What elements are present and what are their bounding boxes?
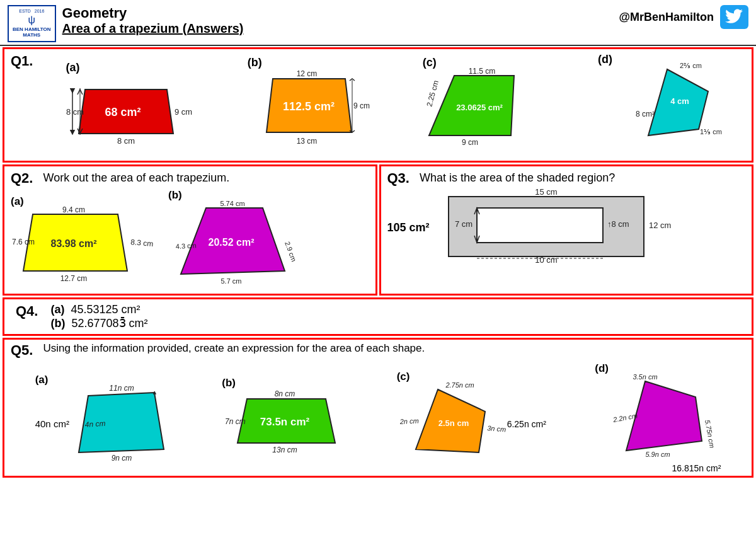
svg-text:5.74 cm: 5.74 cm <box>220 200 244 207</box>
svg-text:2.5n cm: 2.5n cm <box>438 418 468 428</box>
svg-text:9.4 cm: 9.4 cm <box>62 205 85 214</box>
q1b-shape: 112.5 cm² 12 cm 13 cm 9 cm <box>248 69 367 154</box>
svg-text:2n cm: 2n cm <box>399 417 419 425</box>
q1-section: Q1. (a) 68 cm² 8 cm <box>3 47 753 163</box>
q1a-shape: 68 cm² 8 cm 8 cm 9 cm <box>66 77 192 149</box>
q2b-label: (b) <box>168 189 182 202</box>
q2-label: Q2. <box>11 170 33 187</box>
page-subtitle: Area of a trapezium (Answers) <box>62 21 244 36</box>
q4b-label: (b) <box>50 317 65 330</box>
svg-text:8.3 cm: 8.3 cm <box>130 238 154 248</box>
svg-text:8n cm: 8n cm <box>275 389 295 398</box>
svg-text:2.75n cm: 2.75n cm <box>445 381 474 389</box>
q3-section: Q3. What is the area of the shaded regio… <box>379 164 754 296</box>
svg-text:3.5n cm: 3.5n cm <box>633 373 658 381</box>
q4a-row: (a) 45.53125 cm² <box>50 303 147 316</box>
q5c-content: 2.5n cm 2.75n cm 2n cm 3n cm 6.25n cm² <box>397 383 546 465</box>
svg-text:2.9 cm: 2.9 cm <box>284 240 298 262</box>
q1d-label: (d) <box>598 53 612 66</box>
q5b-label: (b) <box>222 377 236 389</box>
svg-text:8 cm: 8 cm <box>66 107 84 117</box>
q4-answers: (a) 45.53125 cm² (b) 52.677083̄ cm² <box>50 303 147 330</box>
header-title: Geometry Area of a trapezium (Answers) <box>62 5 244 36</box>
svg-marker-57 <box>626 381 702 451</box>
svg-text:9 cm: 9 cm <box>353 101 370 110</box>
q1c-label: (c) <box>423 56 437 69</box>
svg-text:23.0625 cm²: 23.0625 cm² <box>456 103 503 112</box>
svg-text:20.52 cm²: 20.52 cm² <box>209 237 255 248</box>
q1a-container: (a) 68 cm² 8 cm 8 cm <box>66 61 192 149</box>
page: ESTD 2016 ψ BEN HAMILTONMATHS Geometry A… <box>0 0 756 535</box>
svg-text:68 cm²: 68 cm² <box>105 106 140 118</box>
q1d-container: (d) 4 cm 2⅔ cm 8 cm² 1⅓ cm <box>598 53 718 157</box>
twitter-handle: @MrBenHamilton <box>619 11 714 24</box>
q3-content: 105 cm² 15 cm 12 cm 10 cm 7 cm <box>387 190 746 266</box>
svg-text:7 cm: 7 cm <box>455 219 472 229</box>
svg-text:↑8 cm: ↑8 cm <box>607 219 629 229</box>
q5-label: Q5. <box>11 342 33 359</box>
q1d-shape: 4 cm 2⅔ cm 8 cm² 1⅓ cm <box>598 66 718 157</box>
q4b-row: (b) 52.677083̄ cm² <box>50 316 147 330</box>
svg-text:3n cm: 3n cm <box>486 424 506 434</box>
q2-shapes: (a) 83.98 cm² 9.4 cm 12.7 cm 7.6 cm 8.3 … <box>11 189 369 290</box>
q5a-content: 40n cm² 11n cm 4n cm 9n cm <box>35 386 173 462</box>
twitter-icon <box>720 5 748 29</box>
q5d-container: (d) 3.5n cm 5.75n cm 5.9n cm 2.2n cm 16.… <box>595 362 721 473</box>
svg-text:1⅓ cm: 1⅓ cm <box>700 128 722 135</box>
svg-text:2.25 cm: 2.25 cm <box>425 79 440 108</box>
svg-rect-36 <box>477 208 603 243</box>
header: ESTD 2016 ψ BEN HAMILTONMATHS Geometry A… <box>0 0 756 46</box>
header-left: ESTD 2016 ψ BEN HAMILTONMATHS Geometry A… <box>8 5 243 42</box>
q1a-label: (a) <box>66 61 80 74</box>
svg-text:9n cm: 9n cm <box>112 454 132 463</box>
q2q3-wrapper: Q2. Work out the area of each trapezium.… <box>3 164 753 296</box>
q4-row: Q4. (a) 45.53125 cm² (b) 52.677083̄ cm² <box>16 303 740 330</box>
logo-psi: ψ <box>13 14 51 26</box>
page-title: Geometry <box>62 5 244 21</box>
q2-section: Q2. Work out the area of each trapezium.… <box>3 164 377 296</box>
q1-row: Q1. (a) 68 cm² 8 cm <box>11 53 745 157</box>
q3-question: What is the area of the shaded region? <box>420 171 615 185</box>
q2a-container: (a) 83.98 cm² 9.4 cm 12.7 cm 7.6 cm 8.3 … <box>11 195 149 284</box>
q4a-label: (a) <box>50 303 64 316</box>
svg-text:5.75n cm: 5.75n cm <box>704 419 716 449</box>
svg-text:13n cm: 13n cm <box>273 446 297 454</box>
header-right: @MrBenHamilton <box>619 5 748 29</box>
q1c-container: (c) 23.0625 cm² 11.5 cm 9 cm 2.25 cm <box>423 56 542 154</box>
q4-label: Q4. <box>16 303 38 319</box>
svg-text:15 cm: 15 cm <box>535 187 557 197</box>
q3-header: Q3. What is the area of the shaded regio… <box>387 170 746 187</box>
q5-shapes: (a) 40n cm² 11n cm 4n cm 9n cm <box>11 362 745 473</box>
logo-box: ESTD 2016 ψ BEN HAMILTONMATHS <box>8 5 56 42</box>
q2a-label: (a) <box>11 195 24 208</box>
q3-answer: 105 cm² <box>387 221 430 234</box>
svg-text:12 cm: 12 cm <box>296 69 317 78</box>
logo-estd: ESTD 2016 <box>13 9 51 14</box>
q4b-answer: 52.677083̄ cm² <box>71 317 147 330</box>
q5b-container: (b) 73.5n cm² 8n cm 13n cm 7n cm <box>222 377 348 459</box>
q5d-answer: 16.815n cm² <box>672 463 721 473</box>
svg-text:12.7 cm: 12.7 cm <box>60 274 88 283</box>
svg-text:7.6 cm: 7.6 cm <box>12 238 35 246</box>
svg-text:13 cm: 13 cm <box>296 137 317 146</box>
q5a-answer: 40n cm² <box>35 418 69 429</box>
q5a-container: (a) 40n cm² 11n cm 4n cm 9n cm <box>35 374 173 462</box>
q1c-shape: 23.0625 cm² 11.5 cm 9 cm 2.25 cm <box>423 69 542 154</box>
svg-text:7n cm: 7n cm <box>225 417 246 426</box>
q1-label: Q1. <box>11 53 33 69</box>
svg-text:9 cm: 9 cm <box>175 107 192 117</box>
svg-text:2⅔ cm: 2⅔ cm <box>680 62 702 69</box>
svg-text:11.5 cm: 11.5 cm <box>468 67 495 76</box>
q4a-answer: 45.53125 cm² <box>71 303 140 316</box>
q3-label: Q3. <box>387 170 410 187</box>
svg-text:4n cm: 4n cm <box>84 419 106 429</box>
svg-text:73.5n cm²: 73.5n cm² <box>260 416 310 428</box>
q5a-label: (a) <box>35 374 49 386</box>
q5c-answer: 6.25n cm² <box>507 419 546 429</box>
q1b-container: (b) 112.5 cm² 12 cm 13 cm 9 cm <box>248 56 367 154</box>
q2b-container: (b) 20.52 cm² 5.74 cm 5.7 cm 4.3 cm 2.9 … <box>168 189 294 290</box>
svg-text:8 cm²: 8 cm² <box>636 110 655 118</box>
svg-text:12 cm: 12 cm <box>649 221 671 230</box>
svg-text:5.7 cm: 5.7 cm <box>220 277 241 285</box>
logo-brand: BEN HAMILTONMATHS <box>13 26 51 38</box>
